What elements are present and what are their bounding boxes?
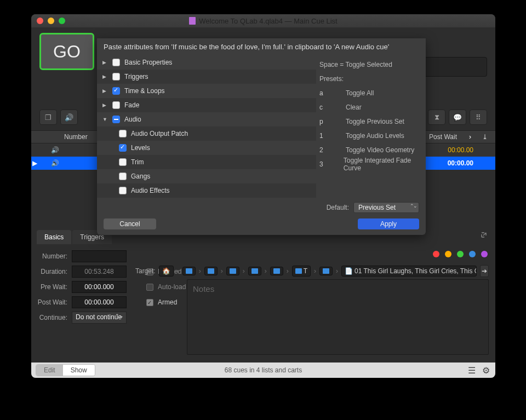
tree-item-audio-effects[interactable]: Audio Effects (97, 183, 316, 198)
tree-item-audio-output-patch[interactable]: Audio Output Patch (97, 126, 316, 141)
disclosure-icon[interactable]: ▶ (102, 88, 108, 94)
content: GO ❐ 🔊 ⓘ ⧗ 💬 ⠿ Number Post Wait › ⤓ 🔊 00… (31, 27, 495, 378)
breadcrumb[interactable] (226, 267, 239, 275)
breadcrumb-file[interactable]: 📄01 This Girl Laughs, This Girl Cries, T… (341, 266, 477, 277)
breadcrumb[interactable] (319, 267, 333, 275)
tree-item-time-loops[interactable]: ▶Time & Loops (97, 84, 316, 98)
label-target: Target: (135, 267, 156, 275)
breadcrumb[interactable] (204, 267, 218, 275)
folder-icon (323, 268, 329, 274)
shortcut-previous-set: pToggle Previous Set (319, 114, 420, 129)
folder-icon (273, 268, 280, 274)
playhead-icon: ▶ (32, 159, 37, 167)
document-icon (189, 17, 196, 25)
toolbar-left: ❐ 🔊 (39, 110, 78, 125)
default-select[interactable]: Previous Set (353, 202, 419, 213)
target-row: Target: 🏠› › › › › › T› › 📄01 This Girl … (135, 265, 489, 277)
breadcrumb-home[interactable]: 🏠 (159, 266, 174, 277)
zoom-icon[interactable] (59, 18, 65, 24)
checkbox[interactable] (119, 130, 127, 137)
chevron-right-icon: › (469, 133, 471, 141)
disclosure-icon[interactable]: ▶ (102, 102, 108, 108)
footer-status: 68 cues in 4 lists and carts (31, 366, 495, 374)
window-controls (31, 18, 65, 24)
footer: Edit Show 68 cues in 4 lists and carts ☰… (31, 363, 495, 378)
tree-item-audio[interactable]: ▼Audio (97, 112, 316, 126)
color-orange[interactable] (445, 251, 451, 257)
label-post-wait: Post Wait: (37, 298, 67, 306)
checkbox[interactable] (119, 158, 127, 166)
cue-post-wait: 00:00.00 (448, 146, 473, 154)
panel-message: Paste attributes from 'If music be the f… (97, 38, 426, 55)
color-purple[interactable] (481, 251, 488, 257)
color-red[interactable] (433, 251, 439, 257)
breadcrumb[interactable] (248, 267, 261, 275)
help-space: Space = Toggle Selected (319, 61, 392, 68)
breadcrumb[interactable] (270, 267, 283, 275)
home-icon: 🏠 (162, 267, 170, 275)
color-blue[interactable] (469, 251, 476, 257)
tree-item-basic-properties[interactable]: ▶Basic Properties (97, 55, 316, 70)
pre-wait-field[interactable] (72, 281, 127, 293)
checkbox[interactable] (119, 187, 127, 194)
checkbox-mixed[interactable] (112, 116, 120, 123)
disclosure-icon[interactable]: ▶ (102, 74, 108, 79)
shortcuts-pane: Space = Toggle Selected Presets: aToggle… (316, 55, 426, 198)
autoload-checkbox[interactable] (146, 284, 153, 291)
tab-basics[interactable]: Basics (37, 230, 71, 244)
grid-icon[interactable]: ⠿ (470, 110, 487, 125)
go-button[interactable]: GO (39, 33, 94, 70)
timer-icon[interactable]: ⧗ (428, 110, 445, 125)
window-title-text: Welcome To QLab 4.qlab4 — Main Cue List (199, 17, 337, 25)
tree-item-levels[interactable]: Levels (97, 141, 316, 155)
label-duration: Duration: (37, 268, 67, 275)
number-field[interactable] (72, 250, 127, 262)
tree-item-triggers[interactable]: ▶Triggers (97, 70, 316, 84)
open-external-icon[interactable] (480, 231, 488, 239)
color-green[interactable] (457, 251, 464, 257)
folder-icon (186, 268, 192, 274)
continue-select[interactable]: Do not continue⌃⌄ (72, 312, 127, 324)
checkbox[interactable] (119, 144, 127, 152)
disclosure-icon[interactable]: ▶ (102, 60, 108, 65)
checkbox[interactable] (112, 73, 120, 80)
armed-checkbox[interactable] (146, 299, 153, 306)
shortcut-2: 2Toggle Video Geometry (319, 143, 420, 157)
tree-item-gangs[interactable]: Gangs (97, 169, 316, 183)
col-post-wait[interactable]: Post Wait (429, 133, 457, 141)
download-icon[interactable]: ⤓ (482, 133, 488, 141)
apply-button[interactable]: Apply (358, 218, 419, 229)
tree-item-trim[interactable]: Trim (97, 155, 316, 169)
disclosure-icon[interactable]: ▼ (102, 117, 108, 122)
chat-icon[interactable]: 💬 (449, 110, 466, 125)
stack-icon[interactable]: ❐ (39, 110, 57, 125)
close-icon[interactable] (37, 18, 43, 24)
tree-item-fade[interactable]: ▶Fade (97, 98, 316, 112)
app-window: Welcome To QLab 4.qlab4 — Main Cue List … (31, 14, 495, 378)
shortcut-clear: cClear (319, 100, 420, 114)
target-browse-button[interactable]: ➔ (480, 265, 489, 277)
duration-field[interactable] (72, 266, 127, 278)
checkbox[interactable] (112, 101, 120, 109)
speaker-icon[interactable]: 🔊 (60, 110, 78, 125)
checkbox[interactable] (112, 87, 120, 95)
titlebar: Welcome To QLab 4.qlab4 — Main Cue List (31, 14, 495, 27)
minimize-icon[interactable] (48, 18, 54, 24)
checkbox[interactable] (112, 59, 120, 66)
label-continue: Continue: (37, 314, 67, 321)
cancel-button[interactable]: Cancel (104, 218, 156, 229)
checkbox[interactable] (119, 172, 127, 180)
post-wait-field[interactable] (72, 296, 127, 308)
label-pre-wait: Pre Wait: (37, 283, 67, 291)
breadcrumb[interactable]: T (292, 266, 311, 277)
cue-post-wait: 00:00.00 (448, 159, 473, 167)
audio-cue-icon: 🔊 (51, 146, 59, 154)
notes-textarea[interactable]: Notes (187, 279, 489, 355)
folder-icon (251, 268, 258, 274)
shortcut-toggle-all: aToggle All (319, 86, 420, 100)
col-number[interactable]: Number (64, 133, 88, 141)
breadcrumb[interactable] (182, 267, 196, 275)
shortcut-3: 3Toggle Integrated Fade Curve (319, 157, 420, 171)
folder-icon (295, 268, 302, 274)
shortcut-1: 1Toggle Audio Levels (319, 129, 420, 143)
